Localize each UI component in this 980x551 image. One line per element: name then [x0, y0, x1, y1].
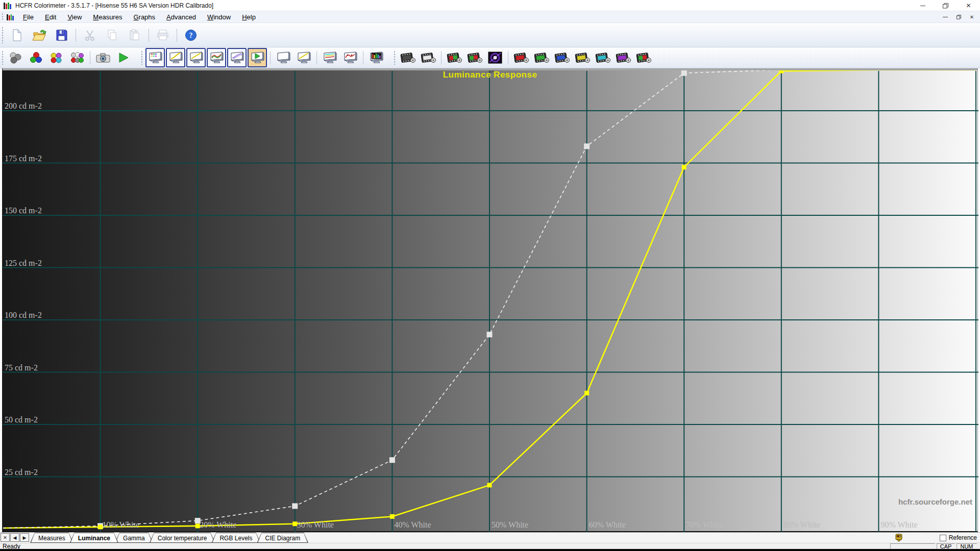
view-plain-button[interactable] — [274, 48, 292, 67]
tab-color-temperature[interactable]: Color temperature — [150, 533, 215, 543]
y-axis-label: 25 cd m-2 — [5, 468, 38, 477]
mdi-close-button[interactable]: ✕ — [966, 13, 978, 21]
view-near-white-button[interactable] — [295, 48, 313, 67]
open-file-button[interactable] — [29, 25, 50, 45]
view-spectrum-button[interactable] — [367, 48, 385, 67]
film-purple-button[interactable] — [614, 48, 632, 67]
tab-close-button[interactable]: ✕ — [1, 533, 10, 542]
toolbar-separator — [508, 51, 508, 64]
hcfr-colorimeter-window: HCFR Colorimeter - 3.5.1.7 - [Hisense 55… — [0, 0, 980, 551]
svg-text:?: ? — [189, 32, 193, 39]
toolbar-separator — [363, 51, 363, 64]
chart-canvas — [3, 68, 978, 532]
menu-item-help[interactable]: Help — [236, 12, 261, 22]
tab-measures[interactable]: Measures — [30, 533, 74, 543]
film-red-green-2-button[interactable] — [465, 48, 484, 67]
chart-title: Luminance Response — [3, 70, 977, 80]
new-file-button[interactable] — [7, 25, 27, 45]
menubar-grip[interactable] — [2, 13, 4, 20]
x-axis-label: 40% White — [394, 520, 431, 530]
tab-label: Measures — [31, 533, 73, 542]
restore-button[interactable] — [934, 0, 957, 11]
tab-cie-diagram[interactable]: CIE Diagram — [257, 533, 308, 543]
menu-item-measures[interactable]: Measures — [87, 12, 128, 22]
tab-luminance[interactable]: Luminance — [70, 533, 118, 543]
view-measures-grid-button[interactable] — [145, 48, 165, 67]
menu-item-view[interactable]: View — [62, 12, 87, 22]
view-tabbar: ✕ ◀ ▶ MeasuresLuminanceGammaColor temper… — [0, 532, 980, 543]
measure-primaries-button[interactable] — [27, 48, 45, 67]
film-black-button[interactable] — [399, 48, 417, 67]
document-icon[interactable] — [7, 14, 14, 20]
view-luminance-curve-button[interactable] — [186, 48, 206, 67]
mdi-restore-button[interactable] — [952, 13, 965, 21]
save-file-button[interactable] — [52, 25, 72, 45]
tab-rgb-levels[interactable]: RGB Levels — [211, 533, 260, 543]
x-axis-label: 90% White — [880, 520, 917, 530]
film-red-green-button[interactable] — [445, 48, 463, 67]
film-white-button[interactable] — [419, 48, 437, 67]
menubar: FileEditViewMeasuresGraphsAdvancedWindow… — [0, 11, 980, 23]
menu-items: FileEditViewMeasuresGraphsAdvancedWindow… — [17, 12, 261, 22]
menu-item-advanced[interactable]: Advanced — [161, 12, 202, 22]
measure-secondaries-button[interactable] — [47, 48, 66, 67]
copy-button[interactable] — [102, 25, 122, 45]
film-cyan-button[interactable] — [594, 48, 612, 67]
tab-label: Luminance — [70, 533, 118, 542]
x-axis-label: 20% White — [200, 520, 236, 530]
y-axis-label: 100 cd m-2 — [5, 311, 42, 320]
menu-item-edit[interactable]: Edit — [39, 12, 62, 22]
toolbar-grip[interactable] — [2, 27, 4, 43]
chart-plot-area — [3, 68, 978, 532]
y-axis-label: 50 cd m-2 — [5, 415, 38, 424]
tab-label: RGB Levels — [212, 533, 260, 542]
cut-button[interactable] — [80, 25, 100, 45]
standard-toolbar: ? — [0, 23, 980, 47]
view-saturation-curve-button[interactable] — [341, 48, 359, 67]
film-red-button[interactable] — [512, 48, 530, 67]
paste-button[interactable] — [125, 25, 145, 45]
y-axis-label: 200 cd m-2 — [5, 102, 42, 111]
statusbar: Ready CAPNUM — [0, 543, 980, 549]
menu-item-graphs[interactable]: Graphs — [128, 12, 161, 22]
status-cell-empty — [890, 543, 935, 549]
film-blue-button[interactable] — [553, 48, 571, 67]
measure-all-colors-button[interactable] — [68, 48, 86, 67]
tab-gamma[interactable]: Gamma — [115, 533, 153, 543]
film-yellow-button[interactable] — [573, 48, 592, 67]
view-color-temperature-button[interactable] — [227, 48, 247, 67]
close-button[interactable]: ✕ — [957, 0, 980, 11]
view-gamma-curve-button[interactable] — [166, 48, 185, 67]
x-axis-label: 10% White — [103, 520, 139, 530]
watermark: hcfr.sourceforge.net — [898, 497, 972, 506]
measure-grayscale-button[interactable] — [7, 48, 25, 67]
status-indicator-num: NUM — [957, 543, 977, 549]
film-green-button[interactable] — [532, 48, 551, 67]
help-button[interactable]: ? — [181, 25, 201, 45]
minimize-button[interactable] — [911, 0, 934, 11]
menu-item-file[interactable]: File — [17, 12, 39, 22]
run-measures-button[interactable] — [114, 48, 133, 67]
toolbar-separator — [270, 51, 271, 64]
window-title: HCFR Colorimeter - 3.5.1.7 - [Hisense 55… — [15, 2, 213, 9]
toolbar-grip[interactable] — [394, 51, 396, 65]
view-multi-curves-button[interactable] — [321, 48, 339, 67]
taskbar-edge — [0, 549, 980, 551]
galaxy-pattern-button[interactable] — [486, 48, 504, 67]
menu-item-window[interactable]: Window — [202, 12, 236, 22]
view-rgb-levels-button[interactable] — [207, 48, 226, 67]
tab-label: CIE Diagram — [257, 533, 308, 542]
view-free-measures-button[interactable] — [248, 48, 267, 67]
toolbar-grip[interactable] — [141, 51, 143, 65]
titlebar: HCFR Colorimeter - 3.5.1.7 - [Hisense 55… — [0, 0, 980, 11]
tab-prev-button[interactable]: ◀ — [10, 533, 19, 542]
toolbar-grip[interactable] — [2, 51, 4, 65]
tab-next-button[interactable]: ▶ — [20, 533, 29, 542]
sensor-snapshot-button[interactable] — [94, 48, 112, 67]
x-axis-label: 80% White — [783, 520, 820, 530]
print-button[interactable] — [153, 25, 173, 45]
film-multicolor-button[interactable] — [634, 48, 653, 67]
reference-checkbox[interactable] — [940, 535, 946, 541]
y-axis-label: 75 cd m-2 — [5, 363, 38, 372]
mdi-minimize-button[interactable] — [939, 13, 951, 21]
